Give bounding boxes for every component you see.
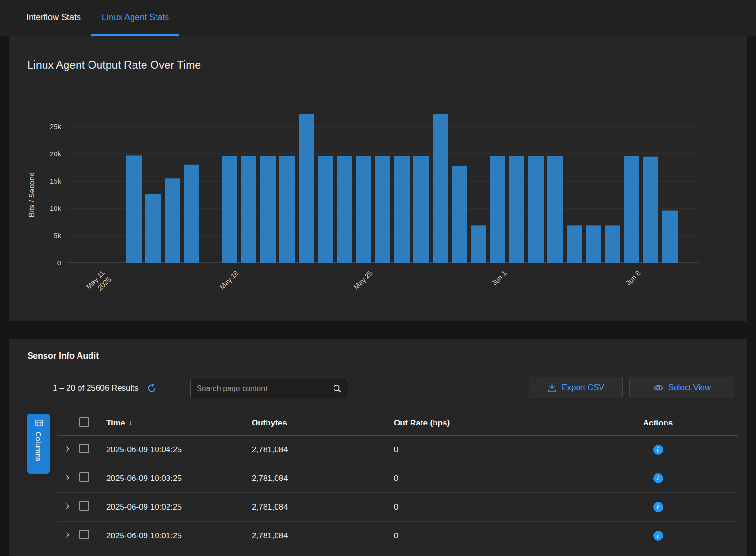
row-checkbox[interactable] xyxy=(79,444,89,453)
chart-bar xyxy=(145,194,161,263)
row-checkbox[interactable] xyxy=(79,501,89,511)
row-outrate-cell: 0 xyxy=(391,474,578,483)
chart-bar xyxy=(222,156,237,263)
column-header-actions: Actions xyxy=(578,418,738,428)
chart-bar xyxy=(547,156,563,263)
row-time-cell: 2025-06-09 10:02:25 xyxy=(103,502,249,512)
expand-row-icon[interactable] xyxy=(64,532,71,538)
expand-row-icon[interactable] xyxy=(64,446,71,452)
table-row: 2025-06-09 10:01:252,781,0840i xyxy=(57,522,738,550)
row-time-cell: 2025-06-09 10:03:25 xyxy=(103,474,249,483)
table-header-row: Time ↓ Outbytes Out Rate (bps) Actions xyxy=(57,411,738,436)
chart-bar xyxy=(528,156,544,263)
table-body: 2025-06-09 10:04:252,781,0840i2025-06-09… xyxy=(57,436,738,550)
chart-bar xyxy=(433,114,448,263)
chart-bar xyxy=(567,225,582,263)
eye-icon xyxy=(653,382,664,393)
chart-bar xyxy=(605,225,620,263)
chart-bar xyxy=(643,157,658,263)
export-csv-button[interactable]: Export CSV xyxy=(529,377,623,398)
chart-bar xyxy=(509,156,524,263)
info-icon[interactable]: i xyxy=(653,473,663,483)
output-rate-bar-chart: 05k10k15k20k25kMay 112025May 18May 25Jun… xyxy=(9,108,747,308)
svg-text:0: 0 xyxy=(57,259,61,267)
svg-text:10k: 10k xyxy=(50,204,62,212)
chart-bar xyxy=(279,156,295,263)
download-icon xyxy=(547,382,557,392)
column-header-out-rate[interactable]: Out Rate (bps) xyxy=(391,418,578,428)
chart-bar xyxy=(337,156,352,263)
sort-desc-icon: ↓ xyxy=(128,418,133,428)
row-outbytes-cell: 2,781,084 xyxy=(249,502,391,512)
row-checkbox[interactable] xyxy=(79,472,89,482)
search-box xyxy=(190,379,348,398)
info-icon[interactable]: i xyxy=(653,445,663,455)
columns-button-label: Columns xyxy=(34,432,43,462)
row-outbytes-cell: 2,781,084 xyxy=(249,531,391,541)
search-input[interactable] xyxy=(197,384,329,393)
svg-text:20k: 20k xyxy=(50,150,62,158)
select-view-label: Select View xyxy=(668,383,711,392)
info-icon[interactable]: i xyxy=(653,502,663,512)
tab-linux-agent-stats[interactable]: Linux Agent Stats xyxy=(91,0,179,36)
export-csv-label: Export CSV xyxy=(562,383,604,392)
row-outrate-cell: 0 xyxy=(391,531,578,541)
table-panel: Sensor Info Audit 1 – 20 of 25606 Result… xyxy=(9,339,747,556)
svg-text:15k: 15k xyxy=(50,177,62,185)
column-header-outbytes[interactable]: Outbytes xyxy=(249,418,391,428)
chart-bar xyxy=(260,156,276,263)
svg-text:5k: 5k xyxy=(54,231,61,240)
row-time-cell: 2025-06-09 10:04:25 xyxy=(103,445,249,455)
row-outrate-cell: 0 xyxy=(391,445,578,455)
section-title: Sensor Info Audit xyxy=(27,351,99,361)
chart-bar xyxy=(126,155,142,263)
table-row: 2025-06-09 10:03:252,781,0840i xyxy=(57,464,738,493)
refresh-button[interactable] xyxy=(146,383,157,393)
time-header-label: Time xyxy=(106,418,125,428)
row-checkbox[interactable] xyxy=(79,530,89,539)
table-row: 2025-06-09 10:04:252,781,0840i xyxy=(57,436,738,464)
svg-text:May 112025: May 112025 xyxy=(84,269,112,297)
row-outbytes-cell: 2,781,084 xyxy=(249,445,391,455)
columns-button[interactable]: Columns xyxy=(27,414,50,474)
chart-bar xyxy=(413,156,429,263)
chart-bar xyxy=(318,156,333,263)
chart-panel: Linux Agent Output Rate Over Time 05k10k… xyxy=(9,36,747,321)
results-summary: 1 – 20 of 25606 Results xyxy=(53,382,157,395)
search-icon[interactable] xyxy=(333,384,342,393)
chart-bar xyxy=(184,165,199,263)
row-outbytes-cell: 2,781,084 xyxy=(249,474,391,483)
svg-text:Jun 1: Jun 1 xyxy=(490,269,508,287)
tab-interflow-stats[interactable]: Interflow Stats xyxy=(16,0,91,36)
select-view-button[interactable]: Select View xyxy=(629,377,734,398)
y-axis-label: Bits / Second xyxy=(28,172,36,217)
chart-bar xyxy=(624,156,639,263)
select-all-checkbox[interactable] xyxy=(79,417,89,427)
chart-bar xyxy=(299,114,314,263)
chart-bar xyxy=(452,166,467,263)
chart-title: Linux Agent Output Rate Over Time xyxy=(27,59,201,72)
chart-bar xyxy=(662,211,678,263)
chart-bar xyxy=(241,156,256,263)
row-outrate-cell: 0 xyxy=(391,502,578,512)
expand-row-icon[interactable] xyxy=(64,503,71,510)
chart-bar xyxy=(490,156,505,263)
table-columns-icon xyxy=(34,419,43,427)
chart-bar xyxy=(165,178,180,263)
chart-bar xyxy=(356,156,371,263)
chart-bar xyxy=(586,225,601,263)
audit-table: Time ↓ Outbytes Out Rate (bps) Actions 2… xyxy=(57,411,738,550)
svg-text:May 18: May 18 xyxy=(218,269,240,291)
table-row: 2025-06-09 10:02:252,781,0840i xyxy=(57,493,738,522)
chart-bar xyxy=(471,225,486,263)
svg-text:25k: 25k xyxy=(50,122,62,131)
results-count: 1 – 20 of 25606 Results xyxy=(53,383,139,393)
svg-text:Jun 8: Jun 8 xyxy=(624,269,642,287)
expand-row-icon[interactable] xyxy=(64,474,71,481)
column-header-time[interactable]: Time ↓ xyxy=(103,418,249,428)
chart-bar xyxy=(375,156,390,263)
top-tab-bar: Interflow Stats Linux Agent Stats xyxy=(0,0,756,36)
svg-text:May 25: May 25 xyxy=(352,269,374,291)
info-icon[interactable]: i xyxy=(653,531,663,541)
chart-bar xyxy=(394,156,410,263)
